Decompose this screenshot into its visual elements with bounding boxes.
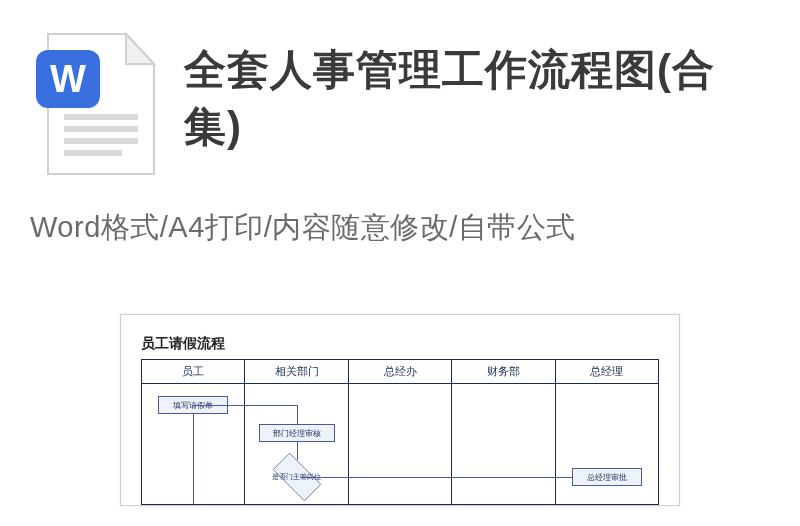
flowchart-title: 员工请假流程 bbox=[141, 335, 659, 353]
svg-rect-1 bbox=[64, 126, 138, 132]
flow-node: 总经理审批 bbox=[572, 468, 642, 486]
col-header: 相关部门 bbox=[245, 360, 348, 383]
flow-lane: 填写请假单 bbox=[142, 384, 245, 504]
svg-rect-2 bbox=[64, 138, 138, 144]
col-header: 员工 bbox=[142, 360, 245, 383]
document-title: 全套人事管理工作流程图(合集) bbox=[184, 30, 770, 155]
flow-lane bbox=[349, 384, 452, 504]
preview-page: 员工请假流程 员工 相关部门 总经办 财务部 总经理 填写请假单 部门经理审核 bbox=[120, 314, 680, 506]
flowchart-table: 员工 相关部门 总经办 财务部 总经理 填写请假单 部门经理审核 是否门主管岗位 bbox=[141, 359, 659, 505]
flow-node: 部门经理审核 bbox=[259, 424, 335, 442]
flow-connector bbox=[297, 442, 298, 460]
svg-rect-3 bbox=[64, 150, 122, 156]
document-subtitle: Word格式/A4打印/内容随意修改/自带公式 bbox=[0, 190, 800, 248]
document-preview: 员工请假流程 员工 相关部门 总经办 财务部 总经理 填写请假单 部门经理审核 bbox=[0, 296, 800, 526]
word-letter: W bbox=[50, 58, 86, 100]
col-header: 财务部 bbox=[452, 360, 555, 383]
word-doc-icon: W bbox=[30, 30, 160, 180]
flow-lane: 总经理审批 bbox=[556, 384, 658, 504]
flow-connector bbox=[300, 477, 607, 478]
flow-lane bbox=[452, 384, 555, 504]
flow-lane: 部门经理审核 是否门主管岗位 bbox=[245, 384, 348, 504]
col-header: 总经理 bbox=[556, 360, 658, 383]
flow-connector bbox=[194, 405, 296, 406]
flow-connector bbox=[297, 405, 298, 425]
svg-rect-0 bbox=[64, 114, 138, 120]
header-row: W 全套人事管理工作流程图(合集) bbox=[0, 0, 800, 190]
flowchart-header-row: 员工 相关部门 总经办 财务部 总经理 bbox=[142, 360, 658, 384]
flow-connector bbox=[193, 414, 194, 504]
flowchart-body: 填写请假单 部门经理审核 是否门主管岗位 总经理审批 bbox=[142, 384, 658, 504]
col-header: 总经办 bbox=[349, 360, 452, 383]
